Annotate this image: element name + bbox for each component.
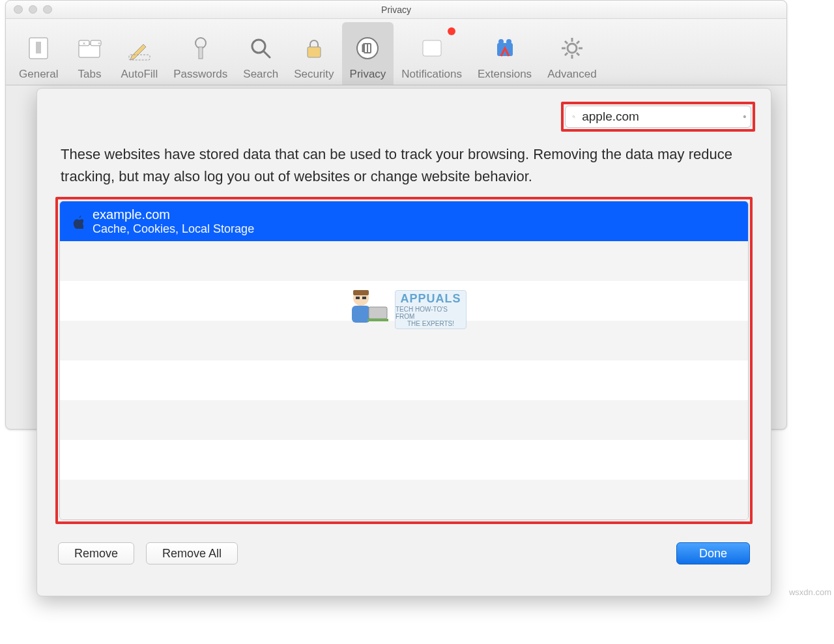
svg-rect-14 (364, 43, 371, 53)
list-row-empty (60, 360, 748, 400)
source-credit: wsxdn.com (789, 587, 831, 597)
svg-rect-1 (36, 42, 41, 53)
list-row-empty (60, 440, 748, 480)
search-input[interactable] (582, 110, 736, 124)
toolbar-item-security[interactable]: Security (286, 22, 341, 85)
svg-rect-2 (79, 44, 100, 57)
toolbar-label: Security (294, 68, 334, 81)
annotation-highlight: example.com Cache, Cookies, Local Storag… (55, 197, 753, 524)
tabs-icon: ×+ (74, 33, 105, 64)
toolbar-item-autofill[interactable]: AutoFill (113, 22, 165, 85)
website-row[interactable]: example.com Cache, Cookies, Local Storag… (60, 201, 748, 241)
site-domain: example.com (93, 207, 254, 222)
svg-line-26 (565, 41, 568, 44)
toolbar-item-tabs[interactable]: ×+ Tabs (66, 22, 113, 85)
remove-button[interactable]: Remove (58, 542, 134, 564)
annotation-highlight (561, 102, 755, 132)
button-row: Remove Remove All Done (53, 542, 755, 564)
svg-rect-15 (365, 44, 367, 52)
description-text: These websites have stored data that can… (53, 143, 755, 197)
search-icon (245, 33, 276, 64)
svg-line-29 (565, 53, 568, 55)
site-data-types: Cache, Cookies, Local Storage (93, 222, 254, 236)
autofill-icon (124, 33, 155, 64)
toolbar-label: Tabs (78, 68, 102, 81)
list-row-empty (60, 241, 748, 281)
done-button[interactable]: Done (676, 542, 750, 564)
toolbar-item-passwords[interactable]: Passwords (165, 22, 235, 85)
general-icon (23, 33, 54, 64)
svg-text:+: + (98, 41, 100, 46)
toolbar-label: Search (243, 68, 278, 81)
svg-rect-17 (423, 40, 441, 56)
list-row-empty (60, 400, 748, 440)
extensions-icon (489, 33, 521, 64)
apple-icon (70, 214, 83, 229)
svg-line-27 (577, 53, 579, 55)
toolbar-label: Notifications (401, 68, 462, 81)
svg-line-31 (574, 117, 575, 118)
svg-rect-9 (199, 47, 203, 59)
toolbar-item-privacy[interactable]: Privacy (342, 22, 394, 85)
toolbar-label: General (19, 68, 58, 81)
svg-rect-16 (368, 44, 370, 52)
toolbar-item-general[interactable]: General (11, 22, 66, 85)
passwords-icon (185, 33, 216, 64)
toolbar-label: Passwords (173, 68, 227, 81)
svg-line-28 (577, 41, 579, 44)
svg-point-19 (498, 39, 504, 44)
toolbar-label: Advanced (547, 68, 597, 81)
toolbar-label: Extensions (478, 68, 532, 81)
svg-point-20 (506, 39, 511, 44)
toolbar-item-extensions[interactable]: Extensions (470, 22, 539, 85)
toolbar-label: Privacy (350, 68, 386, 81)
toolbar-item-advanced[interactable]: Advanced (539, 22, 605, 85)
notifications-icon (416, 33, 448, 64)
svg-rect-12 (308, 47, 321, 57)
search-icon (572, 111, 575, 123)
list-row-empty (60, 321, 748, 360)
gear-icon (556, 33, 588, 64)
remove-all-button[interactable]: Remove All (146, 542, 238, 564)
website-data-list[interactable]: example.com Cache, Cookies, Local Storag… (59, 201, 749, 520)
toolbar-label: AutoFill (121, 68, 158, 81)
notification-badge-icon (448, 27, 455, 35)
toolbar-item-notifications[interactable]: Notifications (394, 22, 470, 85)
privacy-icon (352, 33, 383, 64)
svg-line-11 (264, 51, 270, 57)
lock-icon (298, 33, 330, 64)
list-row-empty (60, 281, 748, 321)
svg-text:×: × (83, 41, 85, 46)
titlebar: Privacy (6, 1, 786, 19)
search-field[interactable] (565, 106, 751, 128)
preferences-toolbar: General ×+ Tabs AutoFill Passwords (6, 19, 786, 85)
list-row-empty (60, 480, 748, 520)
website-data-sheet: These websites have stored data that can… (36, 88, 771, 596)
window-title: Privacy (6, 5, 786, 15)
clear-search-icon[interactable] (743, 110, 747, 123)
toolbar-item-search[interactable]: Search (235, 22, 286, 85)
svg-point-21 (568, 44, 577, 53)
